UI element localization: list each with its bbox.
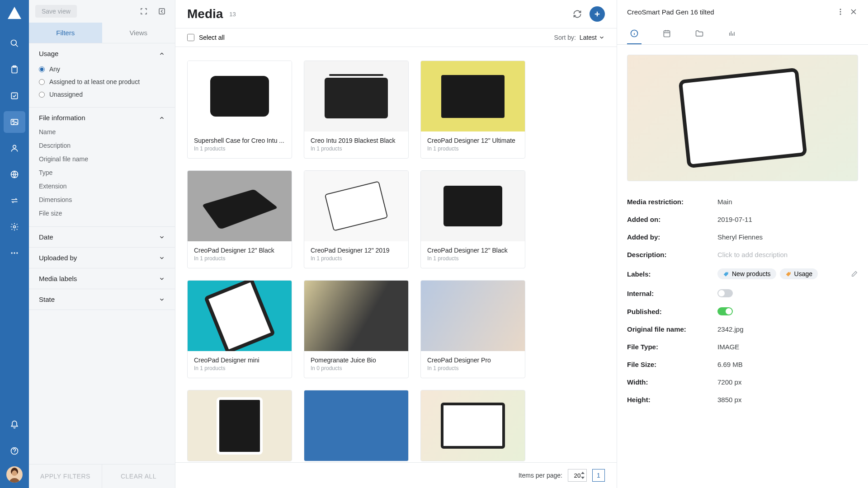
page-number[interactable]: 1 — [592, 469, 605, 482]
close-icon[interactable] — [849, 7, 858, 16]
chevron-up-icon — [159, 115, 165, 121]
radio-unassigned[interactable]: Unassigned — [39, 88, 165, 101]
globe-icon[interactable] — [4, 164, 25, 185]
media-card[interactable]: CreoPad Designer 12" UltimateIn 1 produc… — [420, 61, 525, 159]
filter-date-header[interactable]: Date — [39, 233, 165, 241]
more-vertical-icon[interactable] — [836, 8, 844, 16]
sort-dropdown[interactable]: Latest — [580, 34, 605, 41]
card-title: CreoPad Designer 12" Black — [427, 247, 519, 254]
card-title: Creo Intu 2019 Blackest Black — [311, 137, 402, 144]
tab-folder[interactable] — [692, 23, 707, 44]
avatar[interactable] — [6, 466, 23, 483]
thumbnail — [421, 390, 525, 461]
filter-usage-title: Usage — [39, 50, 58, 57]
search-icon[interactable] — [4, 33, 25, 54]
expand-icon[interactable] — [137, 5, 151, 18]
svg-point-9 — [11, 252, 13, 253]
app-logo — [6, 5, 23, 22]
tab-calendar[interactable] — [660, 23, 674, 44]
image-icon[interactable] — [4, 111, 25, 133]
prop-label: Media restriction: — [627, 198, 717, 206]
fi-dim[interactable]: Dimensions — [39, 193, 165, 206]
thumbnail — [421, 61, 525, 131]
chevron-down-icon — [599, 34, 605, 41]
label-tag[interactable]: New products — [717, 268, 776, 279]
svg-point-5 — [13, 121, 14, 122]
stepper-icon[interactable] — [580, 472, 585, 479]
media-card[interactable]: CreoPad Designer 12" BlackIn 1 products — [187, 170, 292, 268]
svg-point-6 — [13, 145, 16, 148]
svg-rect-4 — [11, 119, 18, 125]
add-button[interactable] — [590, 6, 605, 22]
apply-filters-button[interactable]: APPLY FILTERS — [29, 465, 102, 488]
edit-icon[interactable] — [851, 270, 858, 277]
label-tag[interactable]: Usage — [780, 268, 818, 279]
tab-bars[interactable] — [725, 23, 739, 44]
prop-label: Internal: — [627, 290, 717, 297]
media-card[interactable]: Supershell Case for Creo Intu ...In 1 pr… — [187, 61, 292, 159]
prop-label: Original file name: — [627, 325, 717, 333]
thumbnail — [188, 390, 292, 461]
clear-all-button[interactable]: CLEAR ALL — [102, 465, 175, 488]
filter-fileinfo-header[interactable]: File information — [39, 114, 165, 122]
radio-assigned[interactable]: Assigned to at least one product — [39, 75, 165, 88]
media-card[interactable]: CreoPad Designer ProIn 1 products — [420, 280, 525, 378]
refresh-icon[interactable] — [570, 6, 585, 22]
chevron-down-icon — [159, 234, 165, 240]
media-card[interactable]: CreoPad Designer miniIn 1 products — [187, 280, 292, 378]
radio-any[interactable]: Any — [39, 63, 165, 75]
fi-description[interactable]: Description — [39, 139, 165, 152]
filter-uploadedby-title: Uploaded by — [39, 254, 77, 262]
published-toggle[interactable] — [717, 307, 733, 315]
save-view-button[interactable]: Save view — [35, 5, 77, 18]
prop-value: Sheryl Fiennes — [717, 233, 858, 241]
card-sub: In 1 products — [194, 255, 285, 262]
chevron-up-icon — [159, 51, 165, 57]
details-title: CreoSmart Pad Gen 16 tilted — [627, 8, 832, 16]
clipboard-icon[interactable] — [4, 59, 25, 80]
thumbnail — [188, 171, 292, 241]
fi-ext[interactable]: Extension — [39, 179, 165, 193]
transfer-icon[interactable] — [4, 190, 25, 211]
main: Media 13 Select all Sort by: Latest Supe… — [175, 0, 617, 488]
more-icon[interactable] — [4, 242, 25, 264]
media-card[interactable]: CreoPad Designer 12" 2019In 1 products — [304, 170, 409, 268]
fi-ofn[interactable]: Original file name — [39, 152, 165, 166]
card-sub: In 1 products — [427, 365, 519, 371]
fi-size[interactable]: File size — [39, 206, 165, 220]
select-all-checkbox[interactable]: Select all — [187, 34, 225, 41]
tab-info[interactable] — [627, 23, 642, 44]
prop-label: File Type: — [627, 343, 717, 351]
svg-rect-3 — [11, 93, 17, 99]
bell-icon[interactable] — [4, 414, 25, 436]
filter-usage-header[interactable]: Usage — [39, 50, 165, 57]
filter-medialabels-header[interactable]: Media labels — [39, 275, 165, 282]
sort-by-label: Sort by: — [554, 34, 576, 41]
card-title: Supershell Case for Creo Intu ... — [194, 137, 285, 144]
card-sub: In 1 products — [194, 145, 285, 152]
media-card[interactable]: CreoPad Designer 12" BlackIn 1 products — [420, 170, 525, 268]
media-card[interactable]: Creo Intu 2019 Blackest BlackIn 1 produc… — [304, 61, 409, 159]
card-title: CreoPad Designer mini — [194, 357, 285, 364]
help-icon[interactable] — [4, 440, 25, 462]
media-card[interactable]: Pomegranate Juice BioIn 0 products — [304, 280, 409, 378]
filter-state-header[interactable]: State — [39, 296, 165, 303]
media-card[interactable] — [187, 390, 292, 461]
description-input[interactable]: Click to add description — [717, 251, 858, 258]
checklist-icon[interactable] — [4, 85, 25, 107]
page-title: Media — [187, 7, 223, 21]
fi-name[interactable]: Name — [39, 125, 165, 139]
gear-icon[interactable] — [4, 216, 25, 238]
filter-uploadedby-header[interactable]: Uploaded by — [39, 254, 165, 262]
fi-type[interactable]: Type — [39, 166, 165, 179]
tab-filters[interactable]: Filters — [29, 23, 102, 43]
svg-point-8 — [14, 226, 16, 228]
media-card[interactable] — [304, 390, 409, 461]
user-icon[interactable] — [4, 137, 25, 159]
internal-toggle[interactable] — [717, 289, 733, 297]
tab-views[interactable]: Views — [102, 23, 175, 43]
media-card[interactable] — [420, 390, 525, 461]
collapse-icon[interactable] — [155, 5, 169, 18]
thumbnail — [304, 171, 408, 241]
prop-label: Labels: — [627, 270, 717, 278]
